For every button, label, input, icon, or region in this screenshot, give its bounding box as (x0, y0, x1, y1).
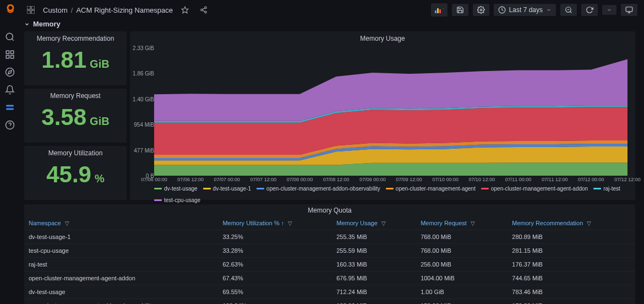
alerting-icon[interactable] (5, 85, 15, 95)
settings-button[interactable] (473, 4, 489, 16)
filter-icon[interactable]: ▽ (587, 220, 591, 226)
table-cell: 281.15 MiB (507, 244, 635, 258)
table-row[interactable]: test-cpu-usage33.28%255.59 MiB768.00 MiB… (24, 244, 635, 258)
dashboards-icon[interactable] (5, 50, 15, 59)
legend-item[interactable]: open-cluster-management-agent (386, 186, 476, 192)
panel-title: Memory Usage (130, 31, 635, 44)
svg-point-28 (6, 68, 14, 77)
stat-unit: GiB (90, 58, 110, 70)
legend-label: dv-test-usage (164, 186, 198, 192)
table-cell: 1.00 GiB (416, 285, 507, 299)
table-row[interactable]: open-cluster-management-agent-addon67.43… (24, 272, 635, 285)
panel-title: Memory Recommendation (24, 31, 127, 44)
filter-icon[interactable]: ▽ (381, 220, 386, 226)
time-picker-button[interactable]: Last 7 days (494, 4, 556, 16)
breadcrumb-folder[interactable]: Custom (43, 6, 68, 14)
x-tick-label: 07/09 12:00 (396, 177, 422, 182)
y-tick-label: 2.33 GiB (133, 45, 154, 51)
legend-item[interactable]: open-cluster-management-agent-addon (481, 186, 588, 192)
breadcrumb-dashboard[interactable]: ACM Right-Sizing Namespace (76, 6, 173, 14)
filter-icon[interactable]: ▽ (65, 220, 69, 226)
column-header[interactable]: Memory Usage ▽ (332, 216, 416, 230)
svg-rect-19 (626, 7, 632, 12)
y-tick-label: 477 MiB (134, 147, 154, 153)
zoom-out-button[interactable] (560, 4, 577, 16)
legend-label: dv-test-usage-1 (213, 186, 251, 192)
refresh-button[interactable] (581, 4, 598, 16)
legend-swatch (386, 188, 394, 189)
panel-memory-recommendation[interactable]: Memory Recommendation 1.81 GiB (24, 31, 127, 85)
table-cell: 676.95 MiB (332, 272, 416, 285)
legend-label: open-cluster-management-addon-observabil… (266, 186, 380, 192)
table-cell: open-cluster-management-agent-addon (24, 272, 218, 285)
x-tick-label: 07/10 12:00 (469, 177, 495, 182)
svg-point-6 (201, 9, 203, 11)
explore-icon[interactable] (5, 67, 15, 77)
panel-memory-utilization[interactable]: Memory Utilization 45.9 % (24, 146, 127, 200)
chart-y-axis: 2.33 GiB1.86 GiB1.40 GiB954 MiB477 MiB0 … (132, 48, 154, 176)
table-cell: 280.89 MiB (507, 230, 635, 244)
refresh-dropdown-button[interactable] (602, 5, 616, 15)
column-header[interactable]: Memory Request ▽ (416, 216, 507, 230)
table-cell: 712.24 MiB (332, 285, 416, 299)
table-cell: 33.28% (218, 244, 332, 258)
breadcrumb-separator: / (71, 6, 73, 14)
svg-line-8 (203, 8, 205, 9)
stat-value: 3.58 (41, 104, 86, 131)
breadcrumb[interactable]: Custom / ACM Right-Sizing Namespace (43, 6, 173, 14)
x-tick-label: 07/11 00:00 (505, 177, 532, 182)
x-tick-label: 07/06 12:00 (177, 177, 204, 182)
svg-line-9 (203, 10, 205, 12)
legend-item[interactable]: dv-test-usage-1 (203, 186, 251, 192)
table-row[interactable]: open-cluster-management-addon-observabil… (24, 299, 635, 305)
svg-rect-26 (11, 56, 14, 58)
tv-mode-button[interactable] (621, 4, 637, 16)
save-dashboard-button[interactable] (452, 4, 468, 16)
row-title: Memory (33, 20, 61, 28)
filter-icon[interactable]: ▽ (471, 220, 475, 226)
table-row[interactable]: dv-test-usage-133.25%255.35 MiB768.00 Mi… (24, 230, 635, 244)
panel-memory-quota-table[interactable]: Memory Quota Namespace ▽Memory Utilizati… (24, 204, 635, 304)
table-row[interactable]: dv-test-usage69.55%712.24 MiB1.00 GiB783… (24, 285, 635, 299)
svg-rect-12 (439, 9, 441, 13)
legend-swatch (154, 199, 162, 201)
share-icon[interactable] (197, 3, 210, 17)
table-cell: test-cpu-usage (24, 244, 218, 258)
x-tick-label: 07/12 12:00 (614, 177, 641, 182)
chart-x-axis: 07/06 00:0007/06 12:0007/07 00:0007/07 1… (154, 177, 627, 184)
sidebar (0, 20, 20, 304)
svg-rect-3 (31, 10, 35, 14)
grafana-logo-icon[interactable] (4, 3, 17, 15)
panel-memory-request[interactable]: Memory Request 3.58 GiB (24, 89, 127, 143)
column-header[interactable]: Memory Utilization % ↑ ▽ (218, 216, 332, 230)
table-cell: raj-test (24, 258, 218, 272)
column-header[interactable]: Memory Recommendation ▽ (507, 216, 635, 230)
table-cell: 768.00 MiB (416, 244, 507, 258)
filter-icon[interactable]: ▽ (288, 220, 292, 226)
table-row[interactable]: raj-test62.63%160.33 MiB256.00 MiB176.37… (24, 258, 635, 272)
legend-swatch (154, 188, 162, 189)
y-tick-label: 1.40 GiB (133, 96, 154, 102)
add-panel-button[interactable]: + (431, 3, 447, 17)
x-tick-label: 07/10 00:00 (432, 177, 459, 182)
column-header[interactable]: Namespace ▽ (24, 216, 218, 230)
svg-rect-27 (6, 56, 9, 58)
svg-point-5 (205, 7, 207, 8)
x-tick-label: 07/11 12:00 (542, 177, 568, 182)
svg-rect-30 (6, 105, 14, 107)
search-icon[interactable] (5, 32, 15, 42)
configuration-icon[interactable] (5, 102, 15, 112)
legend-item[interactable]: open-cluster-management-addon-observabil… (256, 186, 380, 192)
star-icon[interactable] (178, 3, 192, 17)
legend-item[interactable]: dv-test-usage (154, 186, 198, 192)
svg-rect-25 (11, 51, 14, 53)
x-tick-label: 07/08 00:00 (287, 177, 313, 182)
panel-memory-usage-chart[interactable]: Memory Usage 2.33 GiB1.86 GiB1.40 GiB954… (130, 31, 635, 200)
row-toggle-memory[interactable]: Memory (24, 20, 635, 28)
dashboard-grid-icon[interactable] (24, 3, 37, 17)
legend-item[interactable]: raj-test (593, 186, 620, 192)
help-icon[interactable] (5, 120, 15, 130)
legend-item[interactable]: test-cpu-usage (154, 197, 200, 203)
table-cell: 255.59 MiB (332, 244, 416, 258)
y-tick-label: 954 MiB (134, 122, 154, 128)
